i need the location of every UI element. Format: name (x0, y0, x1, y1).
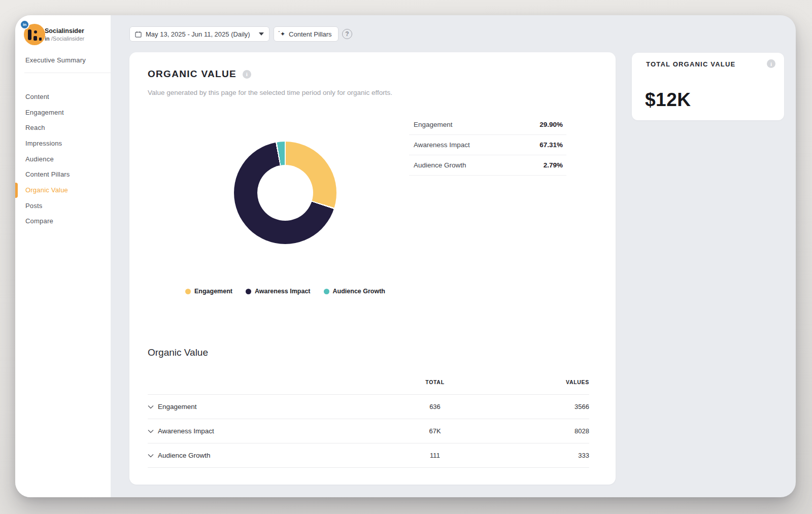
breakdown-value: 2.79% (544, 161, 563, 169)
sidebar-item-reach[interactable]: Reach (25, 124, 45, 132)
cell-values: 8028 (488, 427, 589, 435)
help-icon[interactable]: ? (342, 29, 352, 39)
handle-network: in (45, 36, 50, 42)
table-header: TOTAL VALUES (148, 372, 589, 395)
row-label: Awareness Impact (158, 427, 214, 435)
table-row-awareness-impact[interactable]: Awareness Impact 67K 8028 (148, 419, 589, 443)
table-title: Organic Value (148, 347, 208, 358)
breakdown-row-awareness-impact: Awareness Impact 67.31% (409, 135, 566, 155)
total-organic-value: $12K (645, 89, 691, 111)
table-row-engagement[interactable]: Engagement 636 3566 (148, 395, 589, 419)
total-organic-value-card: TOTAL ORGANIC VALUE i $12K (632, 53, 784, 120)
sparkle-icon: ✦ (280, 30, 285, 38)
sidebar-item-impressions[interactable]: Impressions (25, 140, 62, 148)
handle-text: /Socialinsider (51, 36, 84, 42)
legend-label: Awareness Impact (255, 288, 311, 295)
section-description: Value generated by this page for the sel… (148, 89, 392, 96)
breakdown-value: 67.31% (539, 141, 563, 149)
organic-value-table: TOTAL VALUES Engagement 636 3566 Awarene… (148, 372, 589, 468)
cell-values: 333 (488, 452, 589, 459)
breakdown-value: 29.90% (539, 121, 563, 128)
chevron-down-icon[interactable] (148, 429, 154, 433)
sidebar-divider (24, 73, 111, 73)
logo-glyph (33, 36, 37, 41)
chevron-down-icon[interactable] (148, 405, 154, 409)
breakdown-list: Engagement 29.90% Awareness Impact 67.31… (409, 115, 566, 176)
chevron-down-icon[interactable] (148, 454, 154, 458)
sidebar-item-posts[interactable]: Posts (25, 202, 43, 210)
breakdown-row-audience-growth: Audience Growth 2.79% (409, 155, 566, 176)
row-label: Engagement (158, 403, 197, 410)
sidebar-item-compare[interactable]: Compare (25, 217, 53, 225)
chevron-down-icon (259, 32, 264, 36)
app-window: in Socialinsider in/Socialinsider Execut… (15, 15, 796, 497)
cell-total: 111 (384, 452, 486, 459)
legend-item-engagement[interactable]: Engagement (185, 288, 232, 295)
date-range-label: May 13, 2025 - Jun 11, 2025 (Daily) (146, 30, 250, 38)
legend-dot-audience-growth (324, 289, 329, 294)
breakdown-row-engagement: Engagement 29.90% (409, 115, 566, 135)
cell-total: 636 (384, 403, 486, 410)
sidebar-item-content-pillars[interactable]: Content Pillars (25, 170, 70, 179)
donut-chart-hole (257, 165, 313, 221)
breakdown-label: Awareness Impact (414, 141, 470, 149)
sidebar-item-audience[interactable]: Audience (25, 155, 54, 163)
cell-values: 3566 (488, 403, 589, 410)
legend-label: Engagement (194, 288, 232, 295)
legend-label: Audience Growth (333, 288, 385, 295)
section-title: ORGANIC VALUE (148, 68, 236, 80)
brand-name: Socialinsider (45, 27, 84, 35)
summary-card-title: TOTAL ORGANIC VALUE (646, 60, 735, 68)
sidebar-item-organic-value[interactable]: Organic Value (25, 186, 68, 194)
content-pillars-label: Content Pillars (289, 30, 332, 38)
info-icon[interactable]: i (243, 70, 251, 79)
column-header-total: TOTAL (384, 379, 486, 385)
sidebar: in Socialinsider in/Socialinsider Execut… (15, 15, 111, 497)
linkedin-badge-icon: in (20, 20, 29, 29)
active-item-indicator (15, 183, 18, 198)
logo-glyph (34, 30, 37, 33)
column-header-values: VALUES (488, 379, 589, 385)
content-pillars-button[interactable]: ✦ Content Pillars (274, 26, 339, 42)
sidebar-item-content[interactable]: Content (25, 93, 49, 101)
breakdown-label: Audience Growth (414, 161, 466, 169)
date-range-picker[interactable]: May 13, 2025 - Jun 11, 2025 (Daily) (129, 26, 269, 42)
legend-dot-awareness-impact (246, 289, 251, 294)
info-icon[interactable]: i (767, 59, 775, 68)
chart-legend: Engagement Awareness Impact Audience Gro… (129, 288, 441, 295)
sidebar-item-executive-summary[interactable]: Executive Summary (25, 56, 86, 64)
table-row-audience-growth[interactable]: Audience Growth 111 333 (148, 443, 589, 468)
logo-glyph (39, 38, 42, 41)
row-label: Audience Growth (158, 452, 211, 459)
breakdown-label: Engagement (414, 121, 453, 128)
legend-dot-engagement (185, 289, 191, 294)
logo-glyph (28, 29, 31, 40)
calendar-icon (135, 31, 142, 38)
brand-handle: in/Socialinsider (45, 36, 84, 42)
sidebar-item-engagement[interactable]: Engagement (25, 109, 64, 117)
organic-value-card: ORGANIC VALUE i Value generated by this … (129, 52, 616, 485)
legend-item-audience-growth[interactable]: Audience Growth (324, 288, 385, 295)
cell-total: 67K (384, 427, 486, 435)
legend-item-awareness-impact[interactable]: Awareness Impact (246, 288, 311, 295)
